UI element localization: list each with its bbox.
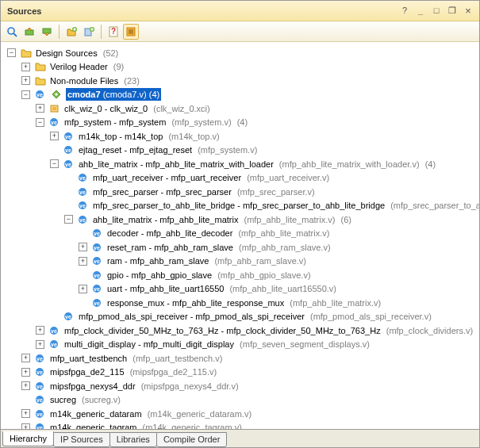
tree-item[interactable]: ·veresponse_mux - mfp_ahb_lite_response_… [77, 297, 382, 309]
tree-item[interactable]: ·vegpio - mfp_ahb_gpio_slave (mfp_ahb_gp… [77, 269, 313, 281]
tree-item[interactable]: +vem14k_generic_tagram (m14k_generic_tag… [20, 421, 244, 429]
svg-text:?: ? [111, 27, 116, 36]
tree-item[interactable]: + clk_wiz_0 - clk_wiz_0 (clk_wiz_0.xci) [34, 102, 212, 115]
collapse-all-icon[interactable] [21, 24, 37, 40]
module-icon: ve [48, 339, 61, 350]
help-icon[interactable]: ? [398, 6, 411, 17]
tree-item[interactable]: ·vemfp_srec_parser_to_ahb_lite_bridge - … [63, 199, 479, 212]
module-icon: ve [34, 422, 47, 429]
module-icon: ve [48, 117, 61, 128]
node-label: Design Sources [36, 47, 98, 59]
svg-text:ve: ve [65, 134, 71, 140]
tree-item[interactable]: −veahb_lite_matrix - mfp_ahb_lite_matrix… [63, 213, 353, 226]
maximize-icon[interactable]: ❐ [446, 6, 459, 17]
expand-icon[interactable]: + [36, 104, 44, 113]
module-icon: ve [91, 228, 104, 239]
expand-icon[interactable]: + [79, 257, 87, 266]
tree-item[interactable]: +veram - mfp_ahb_ram_slave (mfp_ahb_ram_… [77, 255, 308, 267]
help-toolbar-icon[interactable]: ? [106, 24, 121, 40]
tree-item-selected[interactable]: − ve cmoda7 (cmoda7.v) (4) [20, 88, 163, 101]
minimize-icon[interactable]: _ [414, 6, 427, 17]
tree-item[interactable]: ·vedecoder - mfp_ahb_lite_decoder (mfp_a… [77, 227, 331, 239]
expand-icon[interactable]: + [21, 63, 30, 71]
svg-text:ve: ve [36, 397, 43, 403]
expand-all-icon[interactable] [39, 24, 55, 40]
expand-icon[interactable]: + [21, 423, 30, 430]
collapse-icon[interactable]: − [50, 159, 59, 168]
tab-hierarchy[interactable]: Hierarchy [2, 431, 54, 446]
tree-item[interactable]: − ve ahb_lite_matrix - mfp_ahb_lite_matr… [48, 158, 437, 170]
expand-icon[interactable]: + [21, 381, 30, 390]
search-icon[interactable] [4, 24, 20, 40]
svg-text:ve: ve [94, 273, 100, 278]
svg-text:ve: ve [36, 92, 43, 98]
svg-text:ve: ve [94, 258, 100, 264]
module-icon: ve [77, 214, 90, 225]
expand-icon[interactable]: + [36, 340, 44, 349]
svg-rect-2 [25, 30, 33, 35]
restore-icon[interactable]: □ [430, 6, 443, 17]
tree-item[interactable]: +vereset_ram - mfp_ahb_ram_slave (mfp_ah… [77, 241, 332, 254]
tree-item[interactable]: +vemipsfpga_de2_115 (mipsfpga_de2_115.v) [20, 366, 218, 378]
tree-item[interactable]: +veuart - mfp_ahb_lite_uart16550 (mfp_ah… [77, 282, 338, 295]
module-icon: ve [91, 283, 104, 294]
tree-item[interactable]: ·vemfp_srec_parser - mfp_srec_parser (mf… [63, 186, 317, 198]
tree-item[interactable]: +vemfp_clock_divider_50_MHz_to_763_Hz - … [34, 324, 474, 337]
expand-icon[interactable]: + [79, 285, 87, 293]
expand-icon[interactable]: + [21, 409, 30, 418]
module-icon: ve [34, 394, 47, 405]
tree-item[interactable]: +vemfp_uart_testbench (mfp_uart_testbenc… [20, 352, 224, 365]
separator [59, 25, 60, 39]
tree-item[interactable]: ·vemfp_pmod_als_spi_receiver - mfp_pmod_… [48, 310, 433, 323]
svg-rect-3 [43, 29, 51, 33]
collapse-icon[interactable]: − [64, 215, 73, 224]
expand-icon[interactable]: + [79, 243, 87, 251]
settings-icon[interactable] [123, 24, 139, 40]
svg-text:ve: ve [79, 217, 86, 223]
add-sources-icon[interactable] [63, 24, 79, 40]
svg-text:ve: ve [36, 370, 43, 375]
tree-item[interactable]: − ve mfp_system - mfp_system (mfp_system… [34, 116, 249, 128]
folder-icon [20, 48, 33, 59]
module-icon: ve [63, 159, 75, 170]
expand-icon[interactable]: + [21, 354, 30, 362]
tab-libraries[interactable]: Libraries [109, 432, 157, 447]
collapse-icon[interactable]: − [36, 118, 44, 127]
tree-item[interactable]: ·vemfp_uart_receiver - mfp_uart_receiver… [63, 171, 331, 184]
svg-point-0 [8, 28, 14, 34]
add-ip-icon[interactable] [81, 24, 97, 40]
svg-rect-18 [52, 107, 56, 110]
tree-root[interactable]: − Design Sources (52) [6, 47, 120, 59]
close-icon[interactable]: × [462, 6, 474, 17]
sources-panel: Sources ? _ □ ❐ × ? [0, 0, 480, 448]
module-icon: ve [63, 144, 75, 155]
tree-item[interactable]: + ve m14k_top - m14k_top (m14k_top.v) [48, 130, 221, 143]
tree-item[interactable]: +vemulti_digit_display - mfp_multi_digit… [34, 338, 371, 350]
svg-text:ve: ve [65, 314, 71, 320]
expand-icon[interactable]: + [21, 76, 30, 85]
tab-compile-order[interactable]: Compile Order [156, 432, 228, 447]
collapse-icon[interactable]: − [7, 48, 16, 57]
svg-text:ve: ve [36, 412, 43, 417]
module-icon: ve [63, 131, 75, 142]
tree-item[interactable]: + Verilog Header (9) [20, 60, 125, 73]
collapse-icon[interactable]: − [21, 90, 30, 99]
svg-text:ve: ve [36, 425, 43, 429]
folder-icon [34, 75, 47, 86]
module-icon: ve [48, 325, 61, 336]
tree-item[interactable]: +vem14k_generic_dataram (m14k_generic_da… [20, 408, 253, 420]
expand-icon[interactable]: + [21, 368, 30, 377]
bottom-tabs: Hierarchy IP Sources Libraries Compile O… [1, 429, 479, 447]
expand-icon[interactable]: + [50, 132, 59, 140]
svg-text:ve: ve [94, 286, 100, 292]
tab-ip-sources[interactable]: IP Sources [53, 432, 110, 447]
expand-icon[interactable]: + [36, 326, 44, 335]
tree-item[interactable]: +vemipsfpga_nexys4_ddr (mipsfpga_nexys4_… [20, 380, 240, 392]
svg-text:ve: ve [36, 356, 43, 362]
tree-item[interactable]: + Non-module Files (23) [20, 75, 141, 87]
tree-item[interactable]: · ve ejtag_reset - mfp_ejtag_reset (mfp_… [48, 144, 259, 156]
tree-item[interactable]: ·vesucreg (sucreg.v) [20, 393, 122, 406]
toolbar: ? [1, 21, 479, 42]
svg-text:ve: ve [79, 175, 86, 181]
source-tree[interactable]: − Design Sources (52) + Verilog Header (… [1, 42, 479, 429]
